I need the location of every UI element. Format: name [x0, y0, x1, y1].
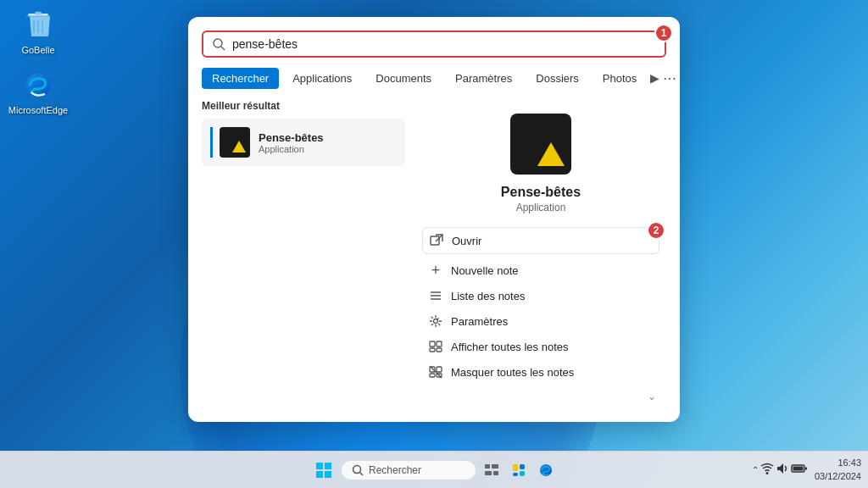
search-left-panel: Meilleur résultat Pense-bêtes Applicatio… [202, 100, 405, 408]
tab-parametres[interactable]: Paramètres [445, 68, 522, 89]
recycle-bin-label: GoBelle [21, 45, 54, 55]
best-result-label: Meilleur résultat [202, 100, 405, 112]
svg-point-6 [214, 39, 222, 47]
step-1-badge: 1 [654, 24, 673, 42]
start-button[interactable] [310, 457, 337, 484]
clock-date: 03/12/2024 [815, 470, 861, 483]
widgets-button[interactable] [507, 458, 531, 482]
best-result-item[interactable]: Pense-bêtes Application [202, 119, 405, 166]
svg-rect-29 [485, 464, 490, 469]
svg-rect-32 [493, 471, 498, 475]
search-input[interactable]: pense-bêtes [232, 37, 656, 51]
taskbar-search[interactable]: Rechercher [341, 460, 476, 480]
action-ouvrir[interactable]: Ouvrir 2 [422, 227, 659, 254]
show-icon [429, 340, 442, 353]
svg-rect-24 [325, 463, 331, 469]
svg-rect-26 [325, 471, 331, 478]
open-icon [430, 234, 443, 247]
tab-play-button[interactable]: ▶ [650, 66, 659, 90]
app-type-large: Application [516, 202, 566, 214]
search-content: Meilleur résultat Pense-bêtes Applicatio… [188, 90, 680, 422]
svg-rect-19 [437, 367, 442, 372]
edge-label: MicrosoftEdge [8, 105, 68, 115]
tab-documents[interactable]: Documents [365, 68, 442, 89]
taskbar-search-icon [352, 464, 364, 476]
best-result-inner: Pense-bêtes Application [210, 127, 397, 158]
search-input-wrapper[interactable]: pense-bêtes 1 [202, 30, 666, 58]
taskbar-center: Rechercher [310, 457, 558, 484]
edge-icon[interactable]: MicrosoftEdge [8, 69, 68, 115]
network-icon[interactable] [760, 462, 774, 478]
svg-rect-30 [492, 464, 498, 469]
svg-rect-17 [437, 348, 442, 352]
ouvrir-label: Ouvrir [452, 235, 481, 247]
action-afficher-toutes[interactable]: Afficher toutes les notes [422, 334, 659, 359]
svg-point-38 [765, 472, 768, 474]
list-icon [429, 289, 442, 302]
filter-tabs: Rechercher Applications Documents Paramè… [188, 58, 680, 90]
svg-rect-16 [430, 348, 435, 352]
search-icon [212, 37, 225, 51]
svg-rect-14 [430, 341, 435, 347]
recycle-bin-icon[interactable]: GoBelle [8, 8, 68, 55]
taskbar: Rechercher [0, 451, 868, 488]
app-icon-small [220, 127, 250, 158]
tab-dossiers[interactable]: Dossiers [526, 68, 589, 89]
tab-more-button[interactable]: ⋯ [663, 66, 676, 90]
liste-notes-label: Liste des notes [451, 290, 525, 302]
parametres-label: Paramètres [451, 315, 508, 328]
step-2-badge: 2 [647, 221, 665, 240]
hide-icon [429, 365, 442, 379]
volume-icon[interactable] [776, 462, 789, 478]
afficher-toutes-label: Afficher toutes les notes [451, 341, 569, 353]
widgets-icon [511, 463, 526, 478]
plus-icon: + [429, 263, 442, 277]
nouvelle-note-label: Nouvelle note [451, 264, 519, 277]
tab-applications[interactable]: Applications [282, 68, 362, 89]
action-parametres[interactable]: Paramètres [422, 308, 659, 334]
svg-point-27 [353, 465, 361, 473]
taskbar-search-text: Rechercher [369, 464, 421, 476]
svg-rect-41 [805, 468, 807, 470]
svg-rect-36 [520, 471, 525, 476]
taskbar-edge[interactable] [534, 458, 558, 482]
svg-rect-40 [793, 467, 803, 471]
show-more-button[interactable]: ⌄ [422, 385, 659, 408]
best-result-info: Pense-bêtes Application [259, 131, 397, 154]
svg-rect-20 [430, 374, 435, 377]
svg-line-28 [360, 472, 364, 475]
search-bar-area: pense-bêtes 1 [188, 17, 680, 58]
desktop: GoBelle MicrosoftEdge [0, 0, 868, 488]
tab-photos[interactable]: Photos [593, 68, 647, 89]
taskbar-clock[interactable]: 16:43 03/12/2024 [815, 457, 861, 483]
svg-rect-31 [485, 471, 492, 475]
search-right-panel: Pense-bêtes Application Ouvrir [415, 100, 666, 408]
task-view-button[interactable] [480, 458, 504, 482]
task-view-icon [484, 463, 499, 478]
edge-taskbar-icon [538, 463, 554, 478]
action-liste-notes[interactable]: Liste des notes [422, 283, 659, 308]
system-tray: ⌃ [752, 462, 808, 478]
svg-rect-15 [437, 341, 442, 347]
action-masquer-toutes[interactable]: Masquer toutes les notes [422, 359, 659, 385]
search-overlay: pense-bêtes 1 Rechercher Applications Do… [188, 17, 680, 422]
desktop-icons: GoBelle MicrosoftEdge [8, 8, 68, 115]
taskbar-right: ⌃ [752, 457, 861, 483]
action-nouvelle-note[interactable]: + Nouvelle note [422, 258, 659, 283]
svg-rect-8 [431, 236, 439, 245]
masquer-toutes-label: Masquer toutes les notes [451, 366, 574, 379]
action-list: Ouvrir 2 + Nouvelle note [415, 227, 666, 408]
app-icon-triangle-large [537, 142, 565, 166]
svg-rect-35 [513, 473, 518, 476]
app-icon-large [510, 114, 571, 175]
app-icon-triangle-small [232, 141, 246, 152]
tab-rechercher[interactable]: Rechercher [202, 68, 279, 89]
svg-rect-25 [316, 471, 323, 478]
svg-rect-34 [520, 464, 525, 469]
chevron-down-icon: ⌄ [648, 391, 656, 402]
battery-icon[interactable] [791, 462, 808, 478]
app-name-large: Pense-bêtes [501, 185, 581, 200]
edge-image [21, 69, 55, 103]
svg-rect-1 [35, 12, 42, 14]
tray-expand-icon[interactable]: ⌃ [752, 465, 759, 474]
